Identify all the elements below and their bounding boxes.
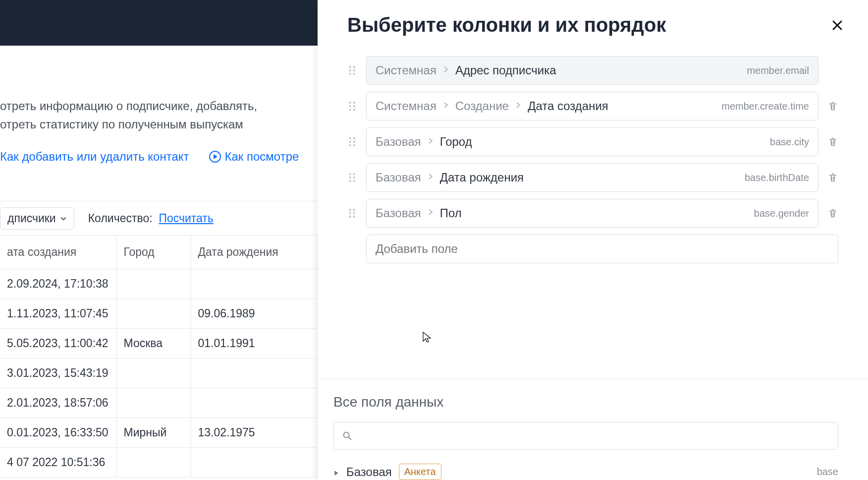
svg-point-23 [353, 180, 355, 182]
svg-point-6 [349, 102, 351, 104]
svg-point-4 [349, 73, 351, 75]
column-box[interactable]: Базовая Город base.city [366, 127, 818, 156]
table-row[interactable]: 2.09.2024, 17:10:38 [0, 269, 318, 299]
field-group-tag: Анкета [399, 464, 441, 480]
column-box[interactable]: Базовая Пол base.gender [366, 199, 818, 228]
svg-point-11 [353, 109, 355, 111]
path-seg: Системная [376, 63, 436, 77]
trash-icon [827, 208, 838, 219]
path-seg: Базовая [376, 135, 421, 149]
svg-point-15 [353, 141, 355, 143]
column-item-email: Системная Адрес подписчика member.email [347, 56, 838, 85]
play-icon [209, 151, 221, 163]
column-box[interactable]: Системная Адрес подписчика member.email [366, 56, 818, 85]
col-header-birth[interactable]: Дата рождения [191, 236, 318, 269]
path-seg: Город [440, 135, 472, 149]
trash-icon [827, 172, 838, 183]
cell-created: 4 07 2022 10:51:36 [0, 448, 116, 478]
cell-city [116, 388, 191, 418]
table-row[interactable]: 5.05.2023, 11:00:42Москва01.01.1991 [0, 329, 318, 359]
svg-point-1 [353, 66, 355, 68]
svg-point-30 [344, 432, 349, 438]
svg-point-29 [353, 216, 355, 218]
svg-point-12 [349, 137, 351, 139]
chevron-right-icon [428, 173, 433, 182]
col-header-city[interactable]: Город [116, 236, 191, 269]
cell-city [116, 359, 191, 388]
filter-bar: дписчики Количество: Посчитать [0, 201, 318, 236]
svg-point-25 [353, 209, 355, 211]
cell-created: 3.01.2023, 15:43:19 [0, 359, 116, 388]
table-row[interactable]: 2.01.2023, 18:57:06 [0, 388, 318, 418]
cell-birth [191, 359, 318, 388]
path-seg: Дата создания [528, 99, 608, 113]
cell-city [116, 448, 191, 478]
remove-column-button[interactable] [827, 172, 838, 183]
drag-handle-icon[interactable] [347, 172, 358, 183]
cell-birth: 13.02.1975 [191, 418, 318, 448]
svg-point-17 [353, 144, 355, 146]
svg-point-19 [353, 173, 355, 175]
drag-handle-icon[interactable] [347, 208, 358, 219]
col-header-created[interactable]: ата создания [0, 236, 116, 269]
column-item-city: Базовая Город base.city [347, 127, 838, 156]
path-seg: Создание [455, 99, 509, 113]
panel-title: Выберите колонки и их порядок [347, 14, 666, 36]
table-row[interactable]: 3.01.2023, 15:43:19 [0, 359, 318, 388]
cell-created: 0.01.2023, 16:33:50 [0, 418, 116, 448]
fields-search-box[interactable] [333, 422, 838, 450]
trash-icon [827, 136, 838, 147]
path-seg: Пол [440, 206, 462, 220]
remove-column-button[interactable] [827, 136, 838, 147]
all-fields-section: Все поля данных Базовая Анкета base [318, 379, 868, 480]
caret-right-icon [333, 465, 339, 479]
table-row[interactable]: 4 07 2022 10:51:36 [0, 448, 318, 478]
cell-created: 1.11.2023, 11:07:45 [0, 299, 116, 329]
cell-birth [191, 388, 318, 418]
svg-point-24 [349, 209, 351, 211]
column-box[interactable]: Системная Создание Дата создания member.… [366, 92, 818, 120]
path-seg: Системная [376, 99, 436, 113]
cell-created: 2.01.2023, 18:57:06 [0, 388, 116, 418]
svg-point-18 [349, 173, 351, 175]
cell-city: Мирный [116, 418, 191, 448]
link-how-to-view[interactable]: Как посмотре [209, 150, 299, 164]
close-button[interactable] [828, 16, 846, 34]
svg-point-26 [349, 212, 351, 214]
svg-point-5 [353, 73, 355, 75]
svg-point-21 [353, 177, 355, 179]
subscribers-table: ата создания Город Дата рождения 2.09.20… [0, 236, 318, 478]
table-row[interactable]: 0.01.2023, 16:33:50Мирный13.02.1975 [0, 418, 318, 448]
close-icon [831, 19, 843, 31]
svg-point-13 [353, 137, 355, 139]
svg-point-9 [353, 105, 355, 107]
column-box[interactable]: Базовая Дата рождения base.birthDate [366, 163, 818, 192]
drag-handle-icon[interactable] [347, 101, 358, 112]
field-group-row[interactable]: Базовая Анкета base [333, 455, 838, 480]
count-action-link[interactable]: Посчитать [159, 212, 213, 225]
remove-column-button[interactable] [827, 101, 838, 112]
info-line-2: отреть статистику по полученным выпускам [0, 115, 318, 133]
cell-city [116, 299, 191, 329]
add-field-input[interactable] [366, 235, 838, 263]
column-item-gender: Базовая Пол base.gender [347, 199, 838, 228]
cell-birth: 01.01.1991 [191, 329, 318, 359]
svg-point-14 [349, 141, 351, 143]
drag-handle-icon[interactable] [347, 136, 358, 147]
cell-birth: 09.06.1989 [191, 299, 318, 329]
fields-search-input[interactable] [359, 429, 830, 442]
path-seg: Базовая [376, 206, 421, 220]
column-path: Базовая Пол [376, 206, 462, 220]
all-fields-title: Все поля данных [333, 394, 838, 410]
column-api-name: base.gender [754, 208, 809, 219]
table-row[interactable]: 1.11.2023, 11:07:4509.06.1989 [0, 299, 318, 329]
remove-column-button[interactable] [827, 208, 838, 219]
svg-point-7 [353, 102, 355, 104]
subscribers-dropdown[interactable]: дписчики [0, 207, 74, 230]
drag-handle-icon[interactable] [347, 65, 358, 76]
cell-city: Москва [116, 329, 191, 359]
link-add-remove-contact[interactable]: Как добавить или удалить контакт [0, 150, 189, 164]
path-seg: Адрес подписчика [455, 63, 556, 77]
cell-city [116, 269, 191, 299]
path-seg: Дата рождения [440, 171, 524, 184]
